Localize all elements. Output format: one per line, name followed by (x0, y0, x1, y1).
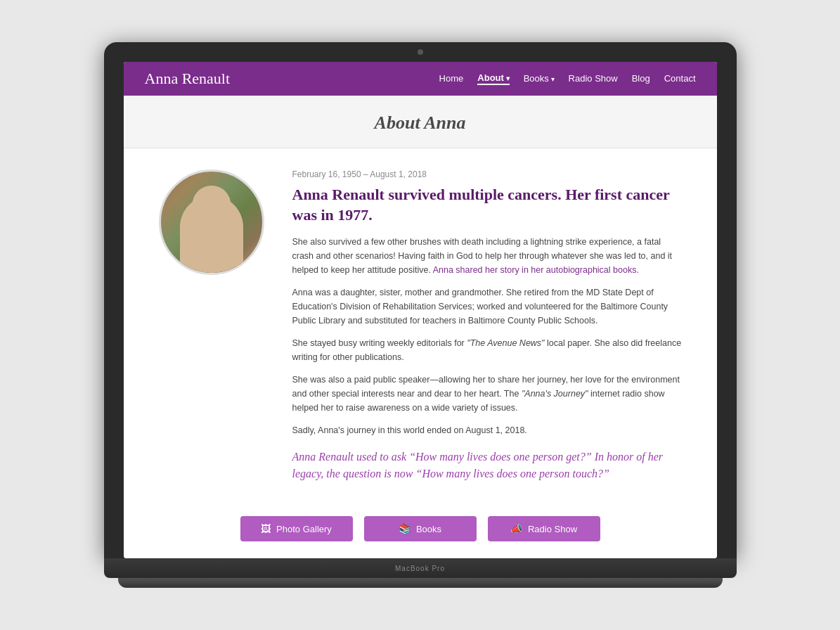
radio-show-button[interactable]: 📣 Radio Show (488, 516, 600, 541)
laptop-bottom (118, 578, 723, 588)
paragraph-4: She was also a paid public speaker—allow… (292, 373, 682, 415)
nav-contact[interactable]: Contact (664, 73, 696, 84)
nav-home[interactable]: Home (439, 73, 464, 84)
nav-books[interactable]: Books (524, 73, 555, 84)
main-heading: Anna Renault survived multiple cancers. … (292, 185, 682, 225)
paragraph-2: Anna was a daughter, sister, mother and … (292, 285, 682, 328)
screen-bezel: Anna Renault Home About Books Radio Show… (104, 42, 737, 558)
paragraph-1: She also survived a few other brushes wi… (292, 235, 682, 277)
laptop-base (104, 558, 737, 578)
photo-gallery-icon: 🖼 (261, 523, 271, 534)
date-range: February 16, 1950 – August 1, 2018 (292, 169, 682, 179)
site-nav: Home About Books Radio Show Blog Contact (439, 72, 696, 85)
page-title: About Anna (124, 112, 717, 134)
site-header: Anna Renault Home About Books Radio Show… (124, 62, 717, 96)
paragraph-3: She stayed busy writing weekly editorial… (292, 336, 682, 364)
photo-column (159, 169, 271, 488)
profile-photo (159, 169, 264, 275)
photo-gallery-button[interactable]: 🖼 Photo Gallery (240, 516, 353, 541)
autobiographical-link[interactable]: Anna shared her story in her autobiograp… (433, 265, 639, 275)
text-column: February 16, 1950 – August 1, 2018 Anna … (292, 169, 682, 488)
paragraph-5: Sadly, Anna's journey in this world ende… (292, 423, 682, 437)
laptop-screen: Anna Renault Home About Books Radio Show… (124, 62, 717, 558)
nav-blog[interactable]: Blog (632, 73, 650, 84)
site-logo[interactable]: Anna Renault (145, 70, 231, 88)
nav-about[interactable]: About (477, 72, 509, 85)
main-content: February 16, 1950 – August 1, 2018 Anna … (124, 148, 717, 509)
radio-icon: 📣 (510, 523, 522, 534)
buttons-row: 🖼 Photo Gallery 📚 Books 📣 Radio Show (124, 509, 717, 558)
laptop-shell: Anna Renault Home About Books Radio Show… (104, 42, 737, 588)
nav-radio-show[interactable]: Radio Show (569, 73, 618, 84)
page-title-section: About Anna (124, 96, 717, 148)
books-icon: 📚 (399, 523, 411, 534)
legacy-quote: Anna Renault used to ask “How many lives… (292, 449, 682, 482)
books-button[interactable]: 📚 Books (364, 516, 477, 541)
